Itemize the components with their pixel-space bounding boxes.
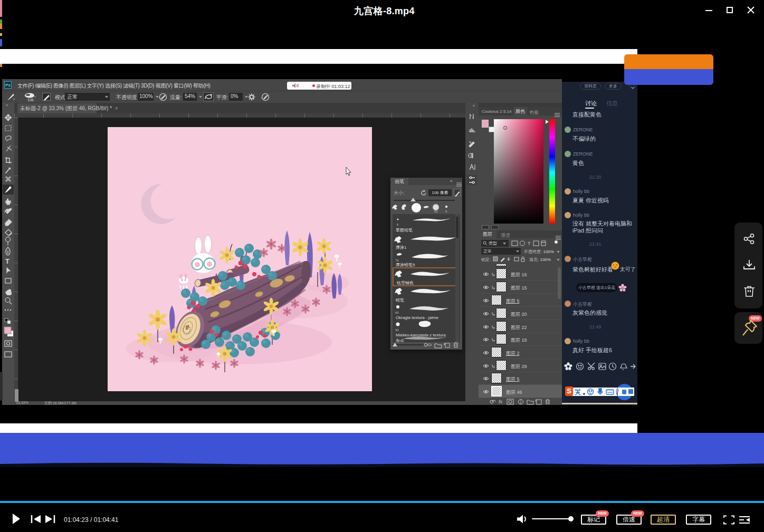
svg-text:79: 79 <box>395 259 399 262</box>
svg-text:T: T <box>528 241 531 246</box>
svg-text:62: 62 <box>434 210 438 213</box>
svg-text:fx: fx <box>499 399 503 404</box>
svg-text:草图铅笔: 草图铅笔 <box>396 228 413 233</box>
svg-text:蜡笔: 蜡笔 <box>396 298 404 303</box>
svg-text:90: 90 <box>395 328 399 332</box>
svg-text:106: 106 <box>27 98 34 102</box>
svg-text:厚涂蜡笔5: 厚涂蜡笔5 <box>396 263 415 267</box>
svg-text:Okragla textura - jaime: Okragla textura - jaime <box>396 315 438 320</box>
svg-text:»: » <box>473 104 475 108</box>
svg-text:6: 6 <box>397 223 399 226</box>
svg-text:6: 6 <box>445 210 447 213</box>
svg-text:铳空铺色: 铳空铺色 <box>396 280 414 285</box>
svg-text:厚涂1: 厚涂1 <box>396 245 407 250</box>
svg-text:T: T <box>5 257 9 265</box>
svg-text:杂点: 杂点 <box>396 338 404 342</box>
svg-text:60: 60 <box>395 311 399 314</box>
